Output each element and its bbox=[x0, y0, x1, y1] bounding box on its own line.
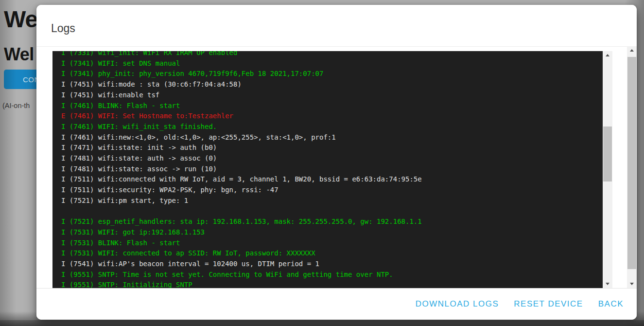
log-line: I (9551) SNTP: Initializing SNTP bbox=[61, 280, 603, 288]
dialog-footer: DOWNLOAD LOGS RESET DEVICE BACK bbox=[36, 288, 637, 320]
scroll-up-arrow-icon bbox=[630, 49, 634, 52]
log-scrollbar[interactable] bbox=[603, 51, 612, 288]
dialog-header: Logs bbox=[36, 5, 637, 47]
log-line: I (7341) phy_init: phy_version 4670,719f… bbox=[61, 69, 603, 79]
log-line: I (7531) WIFI: connected to ap SSID: RW … bbox=[61, 248, 603, 259]
back-button[interactable]: BACK bbox=[594, 296, 627, 312]
log-lines: I (7331) wifi_init: WiFi RX IRAM OP enab… bbox=[61, 51, 603, 288]
log-line: I (7521) wifi:pm start, type: 1 bbox=[61, 196, 603, 206]
log-line: I (7531) BLINK: Flash - start bbox=[61, 238, 603, 249]
log-line: I (7461) wifi:new:<1,0>, old:<1,0>, ap:<… bbox=[61, 132, 603, 143]
page-subtitle: (AI-on-th bbox=[2, 102, 30, 109]
log-scroll-down-button[interactable] bbox=[603, 280, 612, 288]
page-heading-1: We bbox=[4, 8, 37, 31]
log-output[interactable]: I (7331) wifi_init: WiFi RX IRAM OP enab… bbox=[52, 51, 603, 288]
page-bottom-bar bbox=[0, 320, 644, 326]
log-line: I (7451) wifi:mode : sta (30:c6:f7:04:a4… bbox=[61, 79, 603, 90]
log-line: I (7341) WIFI: set DNS manual bbox=[61, 58, 603, 69]
log-line: E (7461) WIFI: Set Hostname to:Testzaehl… bbox=[61, 111, 603, 122]
log-viewer: I (7331) wifi_init: WiFi RX IRAM OP enab… bbox=[52, 51, 612, 288]
scroll-down-arrow-icon bbox=[630, 283, 634, 285]
log-scrollbar-thumb[interactable] bbox=[603, 127, 612, 181]
log-line bbox=[61, 206, 603, 217]
log-line: I (7471) wifi:state: init -> auth (b0) bbox=[61, 143, 603, 153]
log-line: I (9551) SNTP: Time is not set yet. Conn… bbox=[61, 270, 603, 280]
scroll-down-arrow-icon bbox=[606, 283, 609, 285]
log-line: I (7451) wifi:enable tsf bbox=[61, 90, 603, 101]
log-line: I (7461) WIFI: wifi_init_sta finished. bbox=[61, 122, 603, 132]
dialog-scroll-up-button[interactable] bbox=[627, 46, 637, 54]
dialog-scroll-down-button[interactable] bbox=[627, 280, 637, 288]
dialog-scrollbar[interactable] bbox=[627, 46, 637, 288]
reset-device-button[interactable]: RESET DEVICE bbox=[510, 296, 587, 312]
log-line: I (7481) wifi:state: assoc -> run (10) bbox=[61, 164, 603, 175]
log-line: I (7331) wifi_init: WiFi RX IRAM OP enab… bbox=[61, 51, 603, 58]
log-line: I (7511) wifi:security: WPA2-PSK, phy: b… bbox=[61, 185, 603, 196]
dialog-scrollbar-thumb[interactable] bbox=[627, 57, 636, 269]
log-line: I (7531) WIFI: got ip:192.168.1.153 bbox=[61, 227, 603, 238]
download-logs-button[interactable]: DOWNLOAD LOGS bbox=[412, 296, 503, 312]
log-line: I (7541) wifi:AP's beacon interval = 102… bbox=[61, 259, 603, 270]
log-line: I (7481) wifi:state: auth -> assoc (0) bbox=[61, 153, 603, 164]
log-line: I (7521) esp_netif_handlers: sta ip: 192… bbox=[61, 217, 603, 227]
log-line: I (7461) BLINK: Flash - start bbox=[61, 101, 603, 111]
logs-dialog: Logs I (7331) wifi_init: WiFi RX IRAM OP… bbox=[36, 5, 637, 320]
log-line: I (7511) wifi:connected with RW IoT, aid… bbox=[61, 174, 603, 185]
scroll-up-arrow-icon bbox=[606, 54, 609, 56]
page-heading-2: Wel bbox=[4, 46, 34, 63]
dialog-title: Logs bbox=[51, 23, 75, 34]
log-scroll-up-button[interactable] bbox=[603, 51, 612, 59]
